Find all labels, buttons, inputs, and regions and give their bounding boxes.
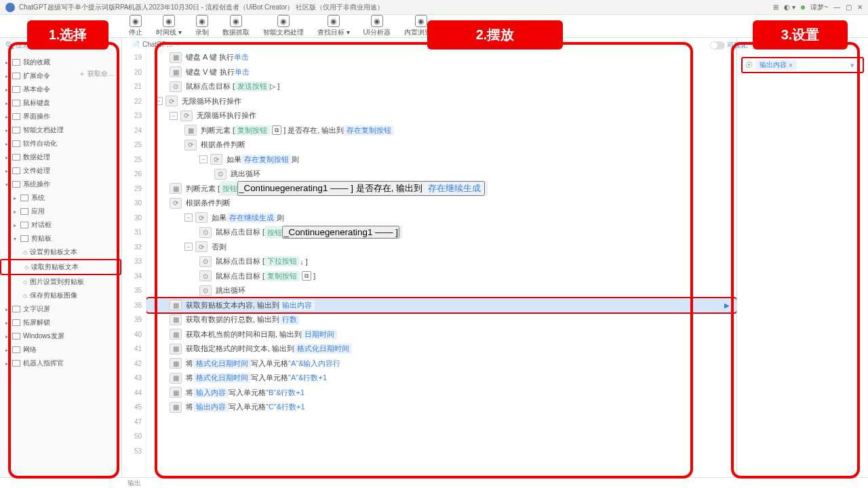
toolbar-时间线 ▾[interactable]: ◉时间线 ▾ <box>149 14 189 39</box>
maximize-button[interactable]: ▢ <box>846 3 852 11</box>
tree-应用[interactable]: ▸应用 <box>0 205 121 218</box>
code-row[interactable]: ▦将 输入内容 写入单元格 "B"&行数+1 <box>146 386 736 401</box>
tree-拓屏解锁[interactable]: ▸拓屏解锁 <box>0 316 121 329</box>
tree-剪贴板[interactable]: ▾剪贴板 <box>0 232 121 245</box>
output-variable-field[interactable]: ⦿ 输出内容 × ▾ <box>741 57 864 73</box>
help-icon[interactable]: ◐ ▾ <box>784 3 795 11</box>
tree-文件处理[interactable]: ▸文件处理 <box>0 164 121 178</box>
code-row[interactable]: ▦判断元素 [ 按钮_Continuegenerating1 —— ] 是否存在… <box>146 182 736 197</box>
window-title: ChatGPT超级写手单个提示词版RPA机器人2023年10月30日 - 流程创… <box>19 3 384 12</box>
code-row[interactable]: ⊙鼠标点击目标 [ 下拉按钮 ↓ ] <box>146 254 736 269</box>
code-row[interactable]: ⊙跳出循环 <box>146 283 736 298</box>
file-tab[interactable]: 📄 ChatGP… × <box>122 38 180 50</box>
toolbar-停止[interactable]: ◉停止 <box>122 14 149 39</box>
sidebar: 🔍 搜索命令 ▸我的收藏▸扩展命令＋ 获取命…▸基本命令▸鼠标键盘▸界面操作▸智… <box>0 38 122 477</box>
code-row[interactable]: ▦将 输出内容 写入单元格 "C"&行数+1 <box>146 400 736 415</box>
tree-Windows发屏[interactable]: ▸Windows发屏 <box>0 329 121 343</box>
badge-2: 2.摆放 <box>427 20 563 49</box>
dropdown-icon[interactable]: ▾ <box>850 61 860 70</box>
code-row[interactable]: ▦键盘 V 键 执行 单击 <box>146 65 736 80</box>
visualize-toggle[interactable]: 可视化 <box>710 41 747 50</box>
tree-我的收藏[interactable]: ▸我的收藏 <box>0 56 121 69</box>
chip-remove-icon[interactable]: × <box>789 62 793 69</box>
code-row[interactable]: ▦获取指定格式的时间文本, 输出到 格式化日期时间 <box>146 342 736 357</box>
line-gutter: 1920212223242525262930303132333435383940… <box>122 38 146 477</box>
toolbar-查找目标 ▾[interactable]: ◉查找目标 ▾ <box>311 14 357 39</box>
code-row[interactable] <box>146 444 736 459</box>
code-canvas[interactable]: ▦键盘 A 键 执行 单击▦键盘 V 键 执行 单击⊙鼠标点击目标 [ 发送按钮… <box>146 38 736 477</box>
code-row[interactable]: ▦判断元素 [ 复制按钮⧉ ] 是否存在, 输出到 存在复制按钮 <box>146 123 736 138</box>
code-row[interactable]: ⊙鼠标点击目标 [ 按钮_Continuegenerating1 —— ] <box>146 225 736 240</box>
app-logo <box>5 3 15 12</box>
code-row[interactable]: ▦获取有数据的行总数, 输出到 行数 <box>146 312 736 327</box>
tree-数据处理[interactable]: ▸数据处理 <box>0 150 121 164</box>
code-row[interactable]: ▦将 格式化日期时间 写入单元格 "A"&输入内容行 <box>146 357 736 371</box>
tree-对话框[interactable]: ▸对话框 <box>0 218 121 232</box>
tree-网络[interactable]: ▸网络 <box>0 343 121 357</box>
status-dot <box>801 5 805 9</box>
tree-软件自动化[interactable]: ▸软件自动化 <box>0 137 121 150</box>
titlebar: ChatGPT超级写手单个提示词版RPA机器人2023年10月30日 - 流程创… <box>0 0 868 15</box>
code-row[interactable]: ▦将 格式化日期时间 写入单元格 "A"&行数+1 <box>146 371 736 386</box>
badge-1: 1.选择 <box>27 20 108 49</box>
code-row[interactable] <box>146 415 736 430</box>
user-name[interactable]: 谭梦~ <box>810 3 828 12</box>
tree-机器人指挥官[interactable]: ▸机器人指挥官 <box>0 357 121 370</box>
code-row[interactable]: −⟳如果 存在复制按钮 则 <box>146 152 736 167</box>
code-row[interactable]: ⊙鼠标点击目标 [ 发送按钮 ▷ ] <box>146 79 736 94</box>
tree-基本命令[interactable]: ▸基本命令 <box>0 83 121 96</box>
close-button[interactable]: ✕ <box>857 3 863 11</box>
toolbar-录制[interactable]: ◉录制 <box>189 14 216 39</box>
code-row[interactable]: ⊙跳出循环 <box>146 167 736 182</box>
code-row[interactable]: ⟳根据条件判断 <box>146 196 736 211</box>
tree-图片设置到剪贴板[interactable]: ◇图片设置到剪贴板 <box>0 275 121 289</box>
code-row[interactable]: ⟳根据条件判断 <box>146 138 736 152</box>
tree-保存剪贴板图像[interactable]: ◇保存剪贴板图像 <box>0 289 121 302</box>
tree-系统操作[interactable]: ▾系统操作 <box>0 178 121 191</box>
code-row[interactable]: ▦键盘 A 键 执行 单击 <box>146 50 736 65</box>
tree-文字识屏[interactable]: ▸文字识屏 <box>0 302 121 316</box>
toolbar-数据抓取[interactable]: ◉数据抓取 <box>216 14 256 39</box>
properties-panel: 可视化 ⦿ 输出内容 × ▾ <box>736 38 868 477</box>
code-row[interactable] <box>146 429 736 444</box>
tree-系统[interactable]: ▸系统 <box>0 191 121 205</box>
tree-鼠标键盘[interactable]: ▸鼠标键盘 <box>0 96 121 110</box>
code-row[interactable]: −⟳如果 存在继续生成 则 <box>146 211 736 226</box>
code-row[interactable]: ⊙鼠标点击目标 [ 复制按钮⧉ ] <box>146 269 736 284</box>
editor-area: 📄 ChatGP… × 1920212223242525262930303132… <box>122 38 868 477</box>
tree-智能文档处理[interactable]: ▸智能文档处理 <box>0 123 121 137</box>
code-row[interactable]: ▦获取剪贴板文本内容, 输出到 输出内容 <box>146 298 736 313</box>
toolbar-智能文档处理[interactable]: ◉智能文档处理 <box>256 14 311 39</box>
code-row[interactable]: −⟳否则 <box>146 240 736 255</box>
badge-3: 3.设置 <box>753 20 848 49</box>
tree-界面操作[interactable]: ▸界面操作 <box>0 110 121 123</box>
tree-扩展命令[interactable]: ▸扩展命令＋ 获取命… <box>0 69 121 83</box>
code-row[interactable]: −⟳无限循环执行操作 <box>146 108 736 123</box>
tree-读取剪贴板文本[interactable]: ◇读取剪贴板文本 <box>0 259 121 275</box>
code-row[interactable]: ▦获取本机当前的时间和日期, 输出到 日期时间 <box>146 327 736 342</box>
tab-close-icon[interactable]: × <box>176 41 180 48</box>
output-tab[interactable]: 输出 <box>0 477 868 488</box>
minimize-button[interactable]: — <box>833 3 840 11</box>
toolbar-UI分析器[interactable]: ◉UI分析器 <box>357 14 397 39</box>
tree-设置剪贴板文本[interactable]: ◇设置剪贴板文本 <box>0 245 121 259</box>
grid-icon[interactable]: ⊞ <box>773 3 778 11</box>
code-row[interactable]: −⟳无限循环执行操作 <box>146 94 736 109</box>
